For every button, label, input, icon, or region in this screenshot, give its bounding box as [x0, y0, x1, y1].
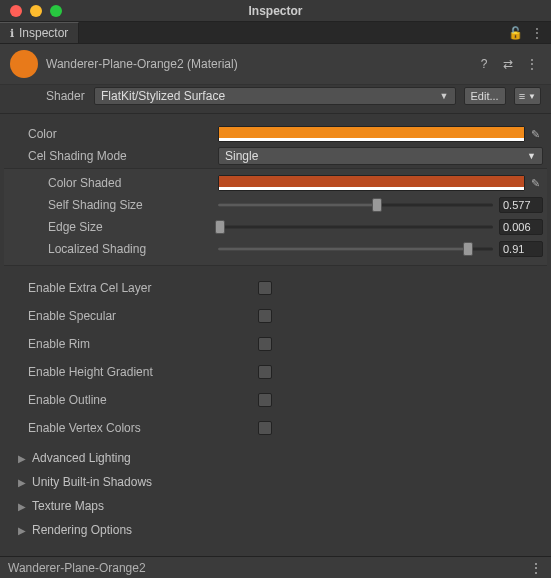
color-shaded-label: Color Shaded: [8, 176, 218, 190]
panel-menu-icon[interactable]: ⋮: [531, 26, 543, 40]
localized-shading-row: Localized Shading 0.91: [8, 239, 543, 259]
foldout-advanced-lighting[interactable]: ▶ Advanced Lighting: [8, 446, 543, 470]
chevron-down-icon: ▼: [440, 91, 449, 101]
status-text: Wanderer-Plane-Orange2: [8, 561, 146, 575]
enable-vertex-colors-label: Enable Vertex Colors: [8, 421, 258, 435]
foldout-label: Advanced Lighting: [32, 451, 131, 465]
material-preview-icon[interactable]: [10, 50, 38, 78]
material-header: Wanderer-Plane-Orange2 (Material) ? ⇄ ⋮: [0, 44, 551, 85]
color-field[interactable]: [218, 126, 525, 142]
shader-label: Shader: [46, 89, 86, 103]
foldout-rendering-options[interactable]: ▶ Rendering Options: [8, 518, 543, 542]
enable-height-gradient-row: Enable Height Gradient: [8, 358, 543, 386]
color-picker-icon[interactable]: ✎: [527, 177, 543, 190]
cel-shading-section: Color Shaded ✎ Self Shading Size 0.577 E…: [4, 168, 547, 266]
preset-icon[interactable]: ⇄: [499, 55, 517, 73]
enable-outline-label: Enable Outline: [8, 393, 258, 407]
lock-icon[interactable]: 🔓: [508, 26, 523, 40]
edge-size-value[interactable]: 0.006: [499, 219, 543, 235]
color-shaded-row: Color Shaded ✎: [8, 173, 543, 193]
foldout-texture-maps[interactable]: ▶ Texture Maps: [8, 494, 543, 518]
enable-extra-cel-row: Enable Extra Cel Layer: [8, 274, 543, 302]
enable-height-gradient-label: Enable Height Gradient: [8, 365, 258, 379]
enable-specular-checkbox[interactable]: [258, 309, 272, 323]
kebab-menu-icon[interactable]: ⋮: [523, 55, 541, 73]
caret-right-icon: ▶: [18, 477, 28, 488]
list-icon: ≡: [519, 90, 525, 102]
self-shading-size-label: Self Shading Size: [8, 198, 218, 212]
color-picker-icon[interactable]: ✎: [527, 128, 543, 141]
edge-size-row: Edge Size 0.006: [8, 217, 543, 237]
foldout-label: Texture Maps: [32, 499, 104, 513]
enable-rim-label: Enable Rim: [8, 337, 258, 351]
enable-rim-row: Enable Rim: [8, 330, 543, 358]
foldout-label: Rendering Options: [32, 523, 132, 537]
enable-outline-checkbox[interactable]: [258, 393, 272, 407]
localized-shading-label: Localized Shading: [8, 242, 218, 256]
self-shading-size-value[interactable]: 0.577: [499, 197, 543, 213]
tab-label: Inspector: [19, 26, 68, 40]
enable-specular-row: Enable Specular: [8, 302, 543, 330]
panel-tabbar: ℹ Inspector 🔓 ⋮: [0, 22, 551, 44]
window-titlebar: Inspector: [0, 0, 551, 22]
foldout-builtin-shadows[interactable]: ▶ Unity Built-in Shadows: [8, 470, 543, 494]
self-shading-size-slider[interactable]: [218, 197, 493, 213]
info-icon: ℹ: [10, 27, 14, 40]
enable-vertex-colors-row: Enable Vertex Colors: [8, 414, 543, 442]
color-row: Color ✎: [8, 124, 543, 144]
chevron-down-icon: ▼: [527, 151, 536, 161]
enable-height-gradient-checkbox[interactable]: [258, 365, 272, 379]
properties-panel: Color ✎ Cel Shading Mode Single ▼ Color …: [0, 114, 551, 542]
tab-inspector[interactable]: ℹ Inspector: [0, 22, 79, 43]
enable-rim-checkbox[interactable]: [258, 337, 272, 351]
enable-specular-label: Enable Specular: [8, 309, 258, 323]
statusbar: Wanderer-Plane-Orange2 ⋮: [0, 556, 551, 578]
enable-vertex-colors-checkbox[interactable]: [258, 421, 272, 435]
cel-shading-mode-dropdown[interactable]: Single ▼: [218, 147, 543, 165]
dropdown-value: Single: [225, 149, 258, 163]
shader-list-button[interactable]: ≡ ▼: [514, 87, 541, 105]
chevron-down-icon: ▼: [528, 92, 536, 101]
localized-shading-slider[interactable]: [218, 241, 493, 257]
shader-dropdown-value: FlatKit/Stylized Surface: [101, 89, 225, 103]
cel-shading-mode-label: Cel Shading Mode: [8, 149, 218, 163]
shader-dropdown[interactable]: FlatKit/Stylized Surface ▼: [94, 87, 456, 105]
preview-menu-icon[interactable]: ⋮: [529, 560, 543, 576]
caret-right-icon: ▶: [18, 525, 28, 536]
self-shading-size-row: Self Shading Size 0.577: [8, 195, 543, 215]
color-label: Color: [8, 127, 218, 141]
shader-row: Shader FlatKit/Stylized Surface ▼ Edit..…: [0, 85, 551, 114]
edge-size-label: Edge Size: [8, 220, 218, 234]
window-title: Inspector: [0, 4, 551, 18]
localized-shading-value[interactable]: 0.91: [499, 241, 543, 257]
color-shaded-field[interactable]: [218, 175, 525, 191]
cel-shading-mode-row: Cel Shading Mode Single ▼: [8, 146, 543, 166]
caret-right-icon: ▶: [18, 453, 28, 464]
foldout-label: Unity Built-in Shadows: [32, 475, 152, 489]
material-name: Wanderer-Plane-Orange2 (Material): [46, 57, 467, 71]
enable-extra-cel-checkbox[interactable]: [258, 281, 272, 295]
help-icon[interactable]: ?: [475, 55, 493, 73]
caret-right-icon: ▶: [18, 501, 28, 512]
enable-extra-cel-label: Enable Extra Cel Layer: [8, 281, 258, 295]
edit-shader-button[interactable]: Edit...: [464, 87, 506, 105]
enable-outline-row: Enable Outline: [8, 386, 543, 414]
edge-size-slider[interactable]: [218, 219, 493, 235]
